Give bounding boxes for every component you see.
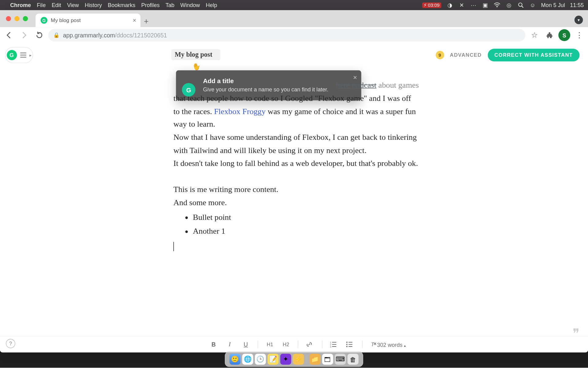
users-icon[interactable]: ☺ [529, 2, 536, 8]
underline-button[interactable]: U [242, 341, 250, 348]
reload-button[interactable] [33, 29, 46, 41]
new-tab-button[interactable]: ＋ [141, 15, 153, 27]
menubar-time[interactable]: 11:55 [570, 2, 584, 8]
dock-downloads-folder[interactable]: 📁 [309, 354, 320, 365]
editor-area[interactable]: here podcast about games that teach peop… [0, 67, 588, 336]
doc-para-2: Now that I have some understanding of Fl… [173, 131, 419, 157]
svg-point-13 [346, 346, 348, 347]
url-path: /ddocs/1215020651 [115, 32, 167, 39]
doc-para-3: It doesn't take long to fall behind as a… [173, 157, 419, 170]
tab-strip: G My blog post × ＋ ▾ [0, 10, 588, 27]
svg-point-1 [518, 3, 522, 6]
window-minimize-button[interactable] [14, 16, 20, 21]
app-home-button[interactable]: G ▸ [5, 47, 33, 63]
svg-point-9 [346, 342, 348, 343]
browser-tab-active[interactable]: G My blog post × [36, 13, 141, 27]
svg-text:3: 3 [330, 346, 331, 348]
screen-record-indicator[interactable]: ⚡︎ 03:09 [422, 2, 441, 8]
partial-text-top-link: here podcast [336, 80, 376, 89]
link-button[interactable] [306, 341, 315, 348]
chevron-up-icon: ▴ [404, 343, 406, 348]
tab-search-button[interactable]: ▾ [575, 16, 583, 24]
menu-history[interactable]: History [85, 2, 102, 8]
menu-tab[interactable]: Tab [165, 2, 174, 8]
text-caret [173, 242, 174, 251]
help-button[interactable]: ? [6, 339, 15, 348]
h1-button[interactable]: H1 [266, 341, 274, 347]
tab-title: My blog post [51, 17, 81, 23]
close-tab-button[interactable]: × [133, 17, 136, 24]
menu-edit[interactable]: Edit [52, 2, 61, 8]
svg-line-2 [522, 6, 523, 8]
menu-profiles[interactable]: Profiles [141, 2, 160, 8]
menubar-app-name[interactable]: Chrome [10, 2, 31, 8]
grammarly-logo-icon: G [6, 50, 17, 60]
bold-button[interactable]: B [209, 341, 218, 348]
dock-finder[interactable]: 🙂 [229, 354, 240, 365]
doc-link-flexbox-froggy[interactable]: Flexbox Froggy [214, 106, 266, 115]
macos-dock: 🙂 🌐 🕒 📝 ✦ ⚡ 📁 🗔 ⌨︎ 🗑 [225, 351, 363, 367]
control-center-icon[interactable]: ◎ [506, 2, 512, 8]
doc-bullet-1: Bullet point [193, 211, 419, 224]
record-icon: ⚡︎ [424, 2, 427, 8]
score-badge[interactable]: 9 [435, 51, 444, 59]
h2-button[interactable]: H2 [282, 341, 290, 347]
dock-clock[interactable]: 🕒 [255, 354, 266, 365]
menu-bookmarks[interactable]: Bookmarks [108, 2, 135, 8]
nav-forward-button[interactable] [18, 29, 30, 41]
dock-whimsical[interactable]: ✦ [280, 354, 291, 365]
window-close-button[interactable] [6, 16, 11, 21]
spotlight-icon[interactable] [517, 2, 524, 8]
doc-para-4: This is me writing more content. [173, 183, 419, 196]
menu-help[interactable]: Help [206, 2, 217, 8]
record-time: 03:09 [428, 2, 439, 8]
grammarly-favicon: G [41, 17, 47, 24]
document-title-input[interactable] [171, 49, 220, 60]
menu-file[interactable]: File [37, 2, 46, 8]
advanced-label[interactable]: ADVANCED [450, 52, 482, 58]
hamburger-icon [20, 52, 26, 58]
nav-back-button[interactable] [2, 29, 15, 41]
menu-view[interactable]: View [67, 2, 79, 8]
dock-screenshots[interactable]: 🗔 [322, 354, 333, 365]
dock-keyboard[interactable]: ⌨︎ [335, 354, 346, 365]
status-icon-2[interactable]: ✕ [458, 2, 465, 8]
dock-voice-memos[interactable]: ⚡ [293, 354, 304, 365]
status-icon-1[interactable]: ◑ [446, 2, 453, 8]
address-bar[interactable]: 🔒 app.grammarly.com/ddocs/1215020651 [48, 29, 525, 41]
bookmark-star-button[interactable]: ☆ [528, 29, 541, 41]
wifi-icon[interactable] [494, 2, 500, 8]
status-icon-3[interactable]: ⋯ [470, 2, 477, 8]
bullet-list-button[interactable] [346, 341, 355, 348]
word-count[interactable]: 302 words ▴ [377, 342, 406, 348]
dock-notes[interactable]: 📝 [268, 354, 279, 365]
numbered-list-button[interactable]: 123 [330, 341, 338, 348]
lock-icon: 🔒 [53, 32, 60, 38]
url-host: app.grammarly.com [63, 32, 115, 39]
dock-trash[interactable]: 🗑 [348, 354, 359, 365]
battery-icon[interactable]: ▣ [482, 2, 488, 8]
menubar-date[interactable]: Mon 5 Jul [541, 2, 565, 8]
chrome-profile-avatar[interactable]: S [558, 29, 570, 41]
svg-point-0 [497, 6, 498, 7]
chrome-menu-button[interactable]: ⋮ [573, 29, 585, 41]
italic-button[interactable]: I [225, 341, 234, 348]
chevron-right-icon: ▸ [29, 53, 32, 57]
doc-bullet-2: Another 1 [193, 225, 419, 238]
doc-para-5: And some more. [173, 196, 419, 209]
svg-point-11 [346, 344, 348, 345]
extensions-button[interactable] [543, 29, 556, 41]
partial-text-top: about games [379, 80, 419, 89]
correct-with-assistant-button[interactable]: CORRECT WITH ASSISTANT [488, 49, 579, 61]
menu-window[interactable]: Window [180, 2, 200, 8]
window-zoom-button[interactable] [23, 16, 28, 21]
feedback-quote-icon[interactable]: ❞ [573, 326, 579, 340]
dock-chrome[interactable]: 🌐 [242, 354, 253, 365]
